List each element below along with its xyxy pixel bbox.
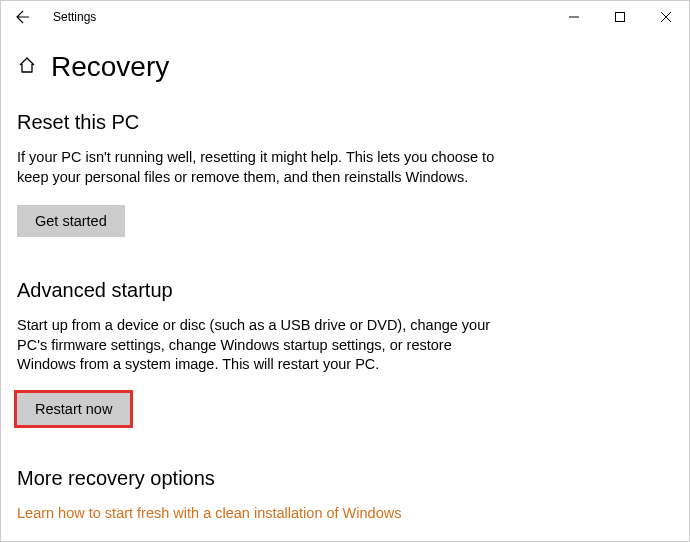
close-icon bbox=[661, 12, 671, 22]
section-title-advanced: Advanced startup bbox=[17, 279, 673, 302]
window-controls bbox=[551, 1, 689, 33]
fresh-install-link[interactable]: Learn how to start fresh with a clean in… bbox=[17, 505, 401, 521]
back-button[interactable] bbox=[9, 3, 37, 31]
maximize-button[interactable] bbox=[597, 1, 643, 33]
content-area: Recovery Reset this PC If your PC isn't … bbox=[1, 33, 689, 522]
svg-rect-0 bbox=[616, 13, 625, 22]
section-reset-pc: Reset this PC If your PC isn't running w… bbox=[17, 111, 673, 237]
home-icon bbox=[17, 55, 37, 79]
restart-now-button[interactable]: Restart now bbox=[17, 393, 130, 425]
section-title-more: More recovery options bbox=[17, 467, 673, 490]
close-button[interactable] bbox=[643, 1, 689, 33]
get-started-button[interactable]: Get started bbox=[17, 205, 125, 237]
section-advanced-startup: Advanced startup Start up from a device … bbox=[17, 279, 673, 425]
minimize-icon bbox=[569, 12, 579, 22]
arrow-left-icon bbox=[15, 9, 31, 25]
section-desc-reset: If your PC isn't running well, resetting… bbox=[17, 148, 507, 187]
minimize-button[interactable] bbox=[551, 1, 597, 33]
section-more-recovery: More recovery options Learn how to start… bbox=[17, 467, 673, 522]
window-title: Settings bbox=[53, 10, 96, 24]
section-desc-advanced: Start up from a device or disc (such as … bbox=[17, 316, 507, 375]
page-header: Recovery bbox=[17, 51, 673, 83]
page-title: Recovery bbox=[51, 51, 169, 83]
titlebar: Settings bbox=[1, 1, 689, 33]
section-title-reset: Reset this PC bbox=[17, 111, 673, 134]
maximize-icon bbox=[615, 12, 625, 22]
